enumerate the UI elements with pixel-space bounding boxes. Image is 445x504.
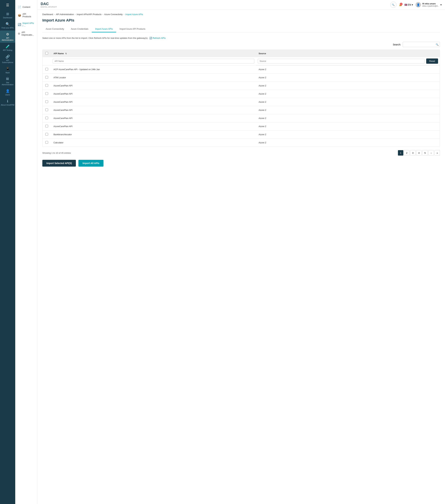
table-row: Bankbranchlocator Azure 2: [42, 130, 440, 139]
filter-source-input[interactable]: [258, 59, 425, 64]
breadcrumb-dashboard[interactable]: Dashboard: [42, 13, 53, 16]
row-checkbox[interactable]: [45, 68, 48, 71]
about-icon: ℹ: [7, 99, 8, 103]
api-name-header-label: API Name: [53, 52, 64, 55]
search-icon: 🔍: [436, 43, 439, 46]
tab-import-azure-api-products[interactable]: Import Azure API Products: [116, 26, 149, 32]
description-text: Select one or more APIs from the list to…: [42, 37, 148, 39]
table-row: AzureCarePlan API Azure 2: [42, 90, 440, 98]
sub-sidebar-api-deprecation[interactable]: ⚙ API Deprecatio...: [15, 29, 37, 38]
row-checkbox[interactable]: [45, 76, 48, 79]
sidebar-item-site-admin[interactable]: 🏛 Site Administration: [0, 75, 15, 87]
showing-text: Showing 1 to 10 of 45 entries: [42, 152, 71, 154]
breadcrumb-sep: ›: [103, 13, 103, 16]
row-checkbox-cell: [42, 106, 51, 114]
import-all-button[interactable]: Import All APIs: [78, 160, 103, 167]
row-source: Azure 2: [256, 114, 440, 122]
reset-button[interactable]: Reset: [426, 58, 438, 64]
row-checkbox[interactable]: [45, 117, 48, 119]
row-checkbox-cell: [42, 65, 51, 73]
tab-import-azure-apis[interactable]: Import Azure APIs: [92, 26, 116, 32]
logo-dac: DAC DIGITAL APICRAFT: [41, 2, 57, 8]
language-selector[interactable]: 🇬🇧 EN ▾: [404, 3, 413, 6]
row-checkbox[interactable]: [45, 100, 48, 103]
filter-api-name-input[interactable]: [53, 59, 254, 64]
logo-sub: DIGITAL APICRAFT: [41, 6, 57, 8]
row-checkbox[interactable]: [45, 125, 48, 127]
page-btn-5[interactable]: 5: [422, 150, 428, 156]
user-text: Hi ekta umare ekta.u+padmin@d...: [422, 2, 439, 7]
sub-sidebar-api-products[interactable]: 📦 API Products: [15, 11, 37, 20]
row-checkbox[interactable]: [45, 92, 48, 95]
sub-sidebar-import-apis[interactable]: 🔄 Import APIs / ...: [15, 20, 37, 29]
row-api-name: ACP AzureCarePlan API - Updated on 24th …: [51, 65, 256, 73]
sidebar-item-label: About OneAPIM: [1, 104, 14, 106]
row-checkbox[interactable]: [45, 108, 48, 111]
page-btn-2[interactable]: 2: [404, 150, 410, 156]
sort-icon[interactable]: ⇅: [65, 53, 67, 54]
search-input[interactable]: [403, 42, 440, 47]
users-icon: 👤: [6, 89, 10, 93]
row-checkbox-cell: [42, 82, 51, 90]
row-source: Azure 2: [256, 106, 440, 114]
source-column-header: Source: [256, 50, 440, 57]
table-row: ATM Locator Azure 2: [42, 73, 440, 82]
user-email: ekta.u+padmin@d...: [422, 5, 439, 7]
refresh-apis-link[interactable]: Refresh APIs: [153, 37, 166, 39]
row-checkbox-cell: [42, 98, 51, 106]
select-all-checkbox[interactable]: [45, 52, 48, 54]
notifications-button[interactable]: 🔔 9: [399, 3, 402, 6]
import-selected-button[interactable]: Import Selected API(S): [42, 160, 76, 167]
hamburger-menu[interactable]: ☰: [4, 2, 11, 8]
sub-sidebar-content[interactable]: 📄 Content: [15, 3, 37, 11]
sidebar-item-about[interactable]: ℹ About OneAPIM: [0, 97, 15, 108]
row-api-name: Calculator: [51, 139, 256, 147]
flag-icon: 🇬🇧: [404, 3, 407, 6]
row-source: Azure 2: [256, 122, 440, 130]
sidebar-item-label: Apps: [5, 72, 10, 73]
search-wrapper: 🔍: [403, 42, 440, 47]
main-content: DAC DIGITAL APICRAFT 🔍 🔔 9 🇬🇧 EN ▾ 👤 Hi …: [37, 0, 445, 504]
language-label: EN: [408, 3, 411, 6]
page-btn-3[interactable]: 3: [410, 150, 415, 156]
row-checkbox[interactable]: [45, 141, 48, 144]
row-source: Azure 2: [256, 82, 440, 90]
sidebar-item-api-testing[interactable]: 🧪 API Testing: [0, 43, 15, 53]
user-menu[interactable]: 👤 Hi ekta umare ekta.u+padmin@d... ▾: [415, 2, 442, 7]
row-api-name: AzureCarePlan API: [51, 98, 256, 106]
sidebar-item-users[interactable]: 👤 Users: [0, 87, 15, 97]
tab-azure-connectivity[interactable]: Azure Connectivity: [42, 26, 68, 32]
row-api-name: ATM Locator: [51, 73, 256, 82]
search-label: Search:: [393, 43, 401, 46]
sub-sidebar: 📄 Content 📦 API Products 🔄 Import APIs /…: [15, 0, 37, 504]
sidebar-item-find-apis[interactable]: 🔍 Find your APIs: [0, 20, 15, 31]
sidebar-item-apps[interactable]: 📱 Apps: [0, 65, 15, 75]
table-row: AzureCarePlan API Azure 2: [42, 98, 440, 106]
filter-row: Reset: [42, 57, 440, 65]
row-api-name: AzureCarePlan API: [51, 114, 256, 122]
row-checkbox[interactable]: [45, 133, 48, 136]
table-row: AzureCarePlan API Azure 2: [42, 106, 440, 114]
page-title: Import Azure APIs: [42, 18, 440, 22]
breadcrumb: Dashboard › API Administration › Import …: [42, 13, 440, 16]
sidebar-item-api-subscriptions[interactable]: 🔗 API Subscriptions: [0, 53, 15, 65]
header-right: 🔍 🔔 9 🇬🇧 EN ▾ 👤 Hi ekta umare ekta.u+pad…: [390, 2, 442, 8]
row-checkbox-cell: [42, 73, 51, 82]
api-products-icon: 📦: [18, 14, 21, 17]
find-apis-icon: 🔍: [6, 22, 10, 26]
sidebar-item-dashboard[interactable]: ⊞ Dashboard: [0, 10, 15, 20]
page-next-btn[interactable]: ›: [428, 150, 434, 156]
header-search-button[interactable]: 🔍: [390, 2, 396, 8]
breadcrumb-azure-connectivity[interactable]: Azure Connectivity: [104, 13, 123, 16]
page-btn-1[interactable]: 1: [398, 150, 403, 156]
api-admin-icon: ⚙: [6, 32, 9, 36]
row-source: Azure 2: [256, 98, 440, 106]
page-last-btn[interactable]: »: [434, 150, 440, 156]
breadcrumb-api-admin[interactable]: API Administration: [56, 13, 74, 16]
sidebar-item-api-admin[interactable]: ⚙ API Administration: [0, 31, 15, 43]
row-checkbox[interactable]: [45, 84, 48, 87]
row-checkbox-cell: [42, 90, 51, 98]
tab-azure-credentials[interactable]: Azure Credentials: [68, 26, 92, 32]
breadcrumb-import-apis[interactable]: Import APIs/API Products: [77, 13, 102, 16]
page-btn-4[interactable]: 4: [416, 150, 422, 156]
